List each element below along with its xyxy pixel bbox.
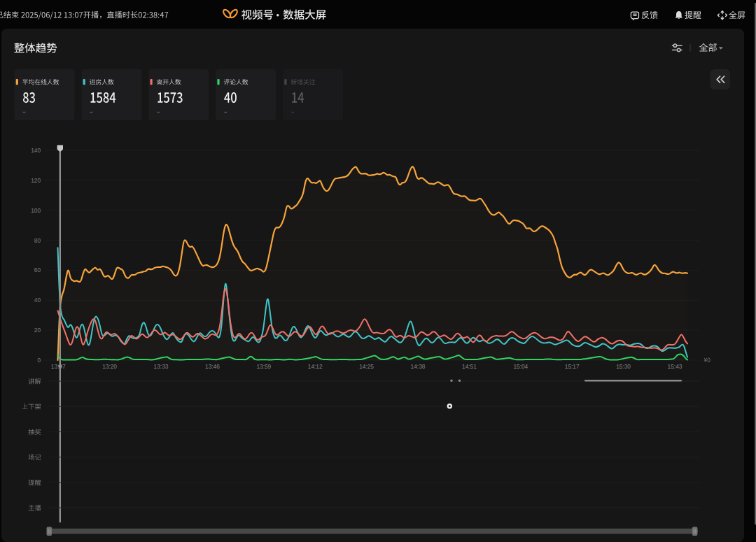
svg-text:14:51: 14:51 [462,363,477,370]
svg-text:13:46: 13:46 [205,363,220,370]
svg-text:100: 100 [31,207,41,214]
svg-text:14:12: 14:12 [308,363,323,370]
svg-text:13:20: 13:20 [102,363,117,370]
svg-text:15:30: 15:30 [616,363,631,370]
svg-text:120: 120 [31,177,41,184]
svg-text:40: 40 [34,297,41,304]
svg-text:60: 60 [34,266,41,273]
svg-text:15:04: 15:04 [513,363,528,370]
svg-text:15:17: 15:17 [565,363,580,370]
svg-text:20: 20 [34,327,41,334]
svg-text:14:38: 14:38 [411,363,426,370]
svg-text:140: 140 [31,147,41,154]
svg-text:14:25: 14:25 [359,363,374,370]
svg-text:80: 80 [34,237,41,244]
svg-text:13:33: 13:33 [154,363,169,370]
svg-text:13:59: 13:59 [256,363,271,370]
svg-text:15:43: 15:43 [668,363,682,370]
svg-text:0: 0 [37,357,41,364]
